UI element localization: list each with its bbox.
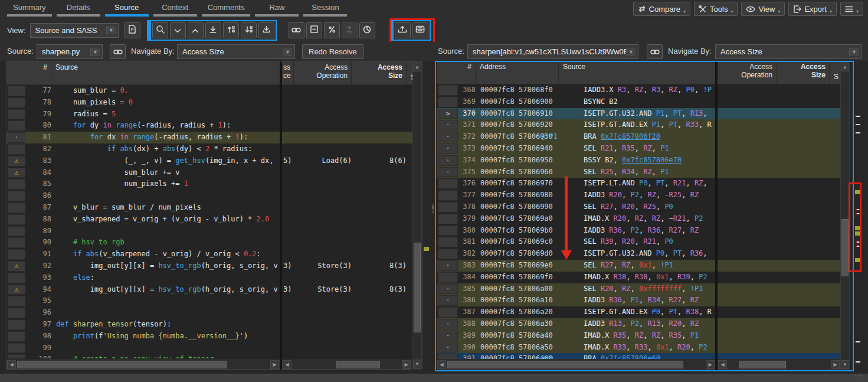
sass-row[interactable]: ·38900007fc8 57806a40IMAD.X R35, RZ, RZ,… — [437, 330, 716, 342]
source-row[interactable]: 100 # create a no-copy view of tensor — [6, 354, 280, 358]
scroll-left-arrow[interactable]: ◀ — [718, 360, 727, 369]
source-row[interactable]: 85 num_pixels += 1 — [6, 178, 280, 190]
collapse-box-button[interactable] — [306, 22, 322, 38]
scroll-down-arrow[interactable]: ▼ — [841, 360, 849, 369]
scroll-thumb[interactable] — [336, 361, 380, 368]
tab-details[interactable]: Details — [54, 0, 103, 18]
tab-raw[interactable]: Raw — [253, 0, 301, 18]
scroll-left-arrow[interactable]: ◀ — [7, 360, 16, 369]
percent-button[interactable] — [324, 22, 340, 38]
source-vertical-scrollbar[interactable]: ▲ ▼ — [412, 62, 422, 369]
left-navigate-dropdown[interactable]: Access Size▼ — [177, 44, 295, 59]
chevron-up-button[interactable] — [188, 22, 204, 38]
source-row[interactable]: 96 — [6, 307, 280, 319]
import-down-button[interactable] — [258, 22, 274, 38]
col-header-num[interactable]: # — [437, 61, 476, 84]
scroll-left-arrow[interactable]: ◀ — [283, 360, 291, 369]
sass-row[interactable]: ·39000007fc8 57806a50IMAD.X R33, R33, 0x… — [437, 342, 716, 354]
sass-row[interactable]: 38400007fc8 578069f0IMAD.X R38, R38, 0x1… — [437, 272, 716, 283]
sass-row[interactable]: ·37500007fc8 57806960SEL R25, R34, RZ, P… — [437, 166, 716, 178]
sass-row[interactable]: ·38500007fc8 57806a00SEL R20, RZ, 0xffff… — [437, 283, 716, 295]
source-row[interactable]: ⚠94 img_out[y][x] = hsv_to_rgb(h_orig, s… — [6, 284, 280, 296]
sass-row[interactable]: 37800007fc8 57806990SEL R27, R20, R25, P… — [437, 201, 716, 213]
sass-row[interactable]: 38200007fc8 578069d0ISETP.GT.U32.AND P0,… — [437, 248, 716, 260]
source-file-button[interactable]: P — [125, 22, 140, 38]
sass-row[interactable]: 36900007fc8 57806900BSYNC B2 — [437, 96, 716, 108]
scroll-down-arrow[interactable]: ▼ — [413, 360, 421, 368]
tray-split-button[interactable] — [412, 22, 428, 38]
source-row[interactable]: 88 v_sharpened = v_orig + (v_orig - v_bl… — [6, 214, 280, 226]
tab-summary[interactable]: Summary — [5, 0, 54, 18]
source-row[interactable]: 91 if abs(v_sharpened - v_orig) / v_orig… — [6, 249, 280, 260]
goto-line-button[interactable] — [205, 22, 221, 38]
source-row[interactable]: 87 v_blur = sum_blur / num_pixels — [6, 202, 280, 214]
search-button[interactable] — [152, 22, 168, 38]
sass-row[interactable]: ·37200007fc8 57806930@!P1BRA 0x7fc857806… — [437, 131, 716, 143]
source-row[interactable]: 99 — [6, 342, 280, 354]
col-header-access-size[interactable]: AccessSize — [777, 61, 830, 84]
scroll-thumb[interactable] — [739, 361, 786, 368]
pie-chart-button[interactable] — [359, 22, 375, 38]
export-button[interactable]: Export▾ — [788, 2, 837, 16]
source-row[interactable]: ⚠83 (_, _, v) = get_hsv(img_in, x + dx, — [6, 155, 280, 167]
col-header-address[interactable]: Address — [476, 61, 559, 84]
link-button[interactable] — [289, 22, 304, 38]
plus-minus-button[interactable] — [342, 22, 358, 38]
tab-context[interactable]: Context — [151, 0, 199, 18]
sass-row[interactable]: 37900007fc8 578069a0IMAD.X R20, RZ, RZ, … — [437, 213, 716, 225]
scroll-thumb[interactable] — [414, 243, 421, 332]
tab-session[interactable]: Session — [301, 0, 349, 18]
chevron-down-button[interactable] — [170, 22, 186, 38]
scroll-thumb[interactable] — [17, 361, 227, 368]
source-row[interactable]: 79 radius = 5 — [6, 109, 280, 120]
view-button[interactable]: View▾ — [741, 2, 785, 16]
source-row[interactable]: 95 — [6, 295, 280, 307]
sass-row[interactable]: 38700007fc8 57806a20ISETP.GT.AND.EX P0, … — [437, 306, 716, 318]
source-row[interactable]: 86 — [6, 190, 280, 202]
source-row[interactable]: 97def sharpen_tensor(tensor): — [6, 319, 280, 331]
source-row[interactable]: 98 print(f'Using numba {numba.__version_… — [6, 331, 280, 342]
col-header-address-space-clipped[interactable]: ssce — [282, 61, 294, 84]
right-navigate-dropdown[interactable]: Access Size▼ — [715, 44, 862, 59]
left-source-dropdown[interactable]: sharpen.py▼ — [37, 44, 103, 59]
scroll-right-arrow[interactable]: ▶ — [270, 360, 279, 369]
metrics-hscrollbar[interactable]: ◀ ▶ — [282, 360, 411, 370]
source-row[interactable]: 93 else: — [6, 272, 280, 284]
col-header-num[interactable]: # — [6, 61, 51, 84]
col-header-access-operation[interactable]: AccessOperation — [718, 61, 777, 84]
compare-button[interactable]: Compare▾ — [633, 2, 690, 16]
source-row[interactable]: ⚠92 img_out[y][x] = hsv_to_rgb(h_orig, s… — [6, 260, 280, 272]
source-row[interactable]: ⚠84 sum_blur += v — [6, 167, 280, 179]
scroll-left-arrow[interactable]: ◀ — [437, 360, 446, 369]
scroll-thumb[interactable] — [447, 361, 683, 368]
sass-row[interactable]: ·37400007fc8 57806950BSSY B2, 0x7fc85780… — [437, 155, 716, 166]
right-link-toggle[interactable] — [647, 44, 663, 59]
source-heatmap-strip[interactable] — [423, 61, 430, 370]
col-header-access-operation[interactable]: AccessOperation — [294, 61, 352, 84]
navigate-up-button[interactable] — [223, 22, 239, 38]
sass-row[interactable]: 37700007fc8 57806980IADD3 R20, P2, RZ, -… — [437, 190, 716, 201]
sass-row[interactable]: 38100007fc8 578069c0SEL R39, R20, R21, P… — [437, 236, 716, 248]
source-row[interactable]: 80 for dy in range(-radius, radius + 1): — [6, 120, 280, 132]
source-row[interactable]: 77 sum_blur = 0. — [6, 85, 280, 97]
sass-row[interactable]: ·37100007fc8 57806920ISETP.GT.AND.EX P1,… — [437, 119, 716, 131]
view-mode-dropdown[interactable]: Source and SASS▼ — [30, 23, 119, 38]
source-row[interactable]: 89 — [6, 226, 280, 237]
sass-row[interactable]: 37600007fc8 57806970ISETP.LT.AND P0, PT,… — [437, 178, 716, 190]
sass-row[interactable]: 39100007fc8 57806a60@P0BRA 0x7fc857806e6… — [437, 353, 716, 359]
scroll-thumb[interactable] — [841, 219, 849, 276]
sass-hscrollbar[interactable]: ◀ ▶ — [437, 360, 715, 370]
sass-row[interactable]: ·38300007fc8 578069e0SEL R27, RZ, 0x1, !… — [437, 260, 716, 272]
scroll-right-arrow[interactable]: ▶ — [831, 360, 840, 369]
col-header-source[interactable]: Source — [52, 61, 280, 84]
source-row[interactable]: ·81 for dx in range(-radius, radius + 1)… — [6, 132, 280, 143]
redo-resolve-button[interactable]: Redo Resolve — [302, 44, 363, 59]
right-source-dropdown[interactable]: sharpen[abi:v1,cw51cXTLSUwv1sCUt9Ww0FEw0… — [467, 44, 638, 59]
source-row[interactable]: 90 # hsv to rgb — [6, 237, 280, 249]
left-link-toggle[interactable] — [110, 44, 126, 59]
source-hscrollbar[interactable]: ◀ ▶ — [6, 360, 280, 370]
scroll-up-arrow[interactable]: ▲ — [841, 63, 849, 71]
sass-row[interactable]: 38000007fc8 578069b0IADD3 R36, P2, R36, … — [437, 225, 716, 237]
col-header-source[interactable]: Source — [559, 61, 715, 84]
sass-row[interactable]: ·38800007fc8 57806a30IADD3 R13, P2, R13,… — [437, 318, 716, 330]
